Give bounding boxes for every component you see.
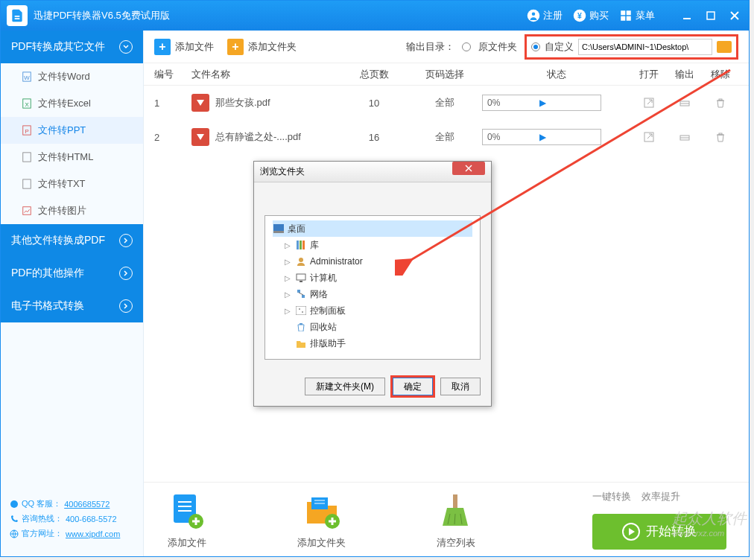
- svg-rect-57: [302, 241, 305, 249]
- phone-icon: [10, 515, 19, 524]
- sidebar-item-txt[interactable]: 文件转TXT: [1, 171, 143, 197]
- svg-rect-54: [273, 231, 284, 233]
- add-file-button[interactable]: +添加文件: [154, 39, 214, 55]
- progress-bar[interactable]: 0%▶: [482, 129, 601, 145]
- svg-rect-64: [296, 306, 306, 315]
- toolbar: +添加文件 +添加文件夹 输出目录： 原文件夹 自定义: [144, 31, 749, 63]
- register-button[interactable]: 注册: [527, 9, 563, 22]
- computer-icon: [295, 273, 307, 283]
- bottom-add-folder[interactable]: 添加文件夹: [297, 490, 346, 550]
- play-icon: ▶: [487, 98, 598, 108]
- svg-rect-59: [297, 274, 305, 280]
- tree-item-desktop[interactable]: 桌面: [273, 220, 472, 237]
- add-folder-button[interactable]: +添加文件夹: [227, 39, 297, 55]
- tree-item-helper[interactable]: 排版助手: [273, 335, 472, 351]
- browse-folder-icon[interactable]: [717, 41, 732, 53]
- file-plus-icon: [168, 491, 206, 530]
- ok-button[interactable]: 确定: [393, 378, 433, 395]
- sidebar-item-image[interactable]: 文件转图片: [1, 197, 143, 224]
- output-label: 输出目录：: [406, 40, 454, 54]
- plus-icon: +: [227, 39, 244, 55]
- dialog-close-button[interactable]: [452, 162, 485, 175]
- custom-output-box: 自定义: [525, 34, 738, 60]
- sidebar-header-ebook[interactable]: 电子书格式转换: [1, 290, 143, 322]
- website-link[interactable]: www.xjpdf.com: [66, 529, 120, 538]
- svg-rect-5: [627, 10, 631, 15]
- maximize-button[interactable]: [703, 7, 719, 24]
- sidebar-header-pdf-to-other[interactable]: PDF转换成其它文件: [1, 31, 143, 63]
- library-icon: [295, 240, 307, 250]
- svg-rect-20: [23, 207, 31, 215]
- sidebar-item-word[interactable]: W文件转Word: [1, 63, 143, 90]
- folder-icon: [295, 338, 307, 349]
- app-logo: [7, 5, 28, 26]
- chevron-down-icon: [119, 40, 133, 54]
- start-convert-button[interactable]: 开始转换: [592, 514, 726, 550]
- menu-button[interactable]: 菜单: [619, 9, 655, 22]
- svg-rect-19: [23, 179, 31, 188]
- delete-button[interactable]: [703, 131, 738, 143]
- open-button[interactable]: [631, 97, 667, 109]
- svg-point-58: [299, 258, 303, 262]
- output-path-input[interactable]: [578, 39, 712, 55]
- tree-item-recycle[interactable]: 回收站: [273, 319, 472, 335]
- svg-rect-4: [621, 10, 625, 15]
- folder-tree[interactable]: 桌面 ▷库 ▷Administrator ▷计算机 ▷网络 ▷控制面板 回收站 …: [264, 215, 481, 360]
- sidebar-item-ppt[interactable]: P文件转PPT: [1, 117, 143, 144]
- sidebar: PDF转换成其它文件 W文件转Word X文件转Excel P文件转PPT 文件…: [1, 31, 144, 556]
- delete-button[interactable]: [703, 97, 738, 109]
- sidebar-header-pdf-ops[interactable]: PDF的其他操作: [1, 257, 143, 290]
- svg-text:X: X: [25, 101, 29, 108]
- website-contact: 官方网址：www.xjpdf.com: [10, 528, 134, 539]
- minimize-button[interactable]: [679, 7, 695, 24]
- open-button[interactable]: [631, 131, 667, 143]
- control-panel-icon: [295, 305, 307, 316]
- network-icon: [295, 289, 307, 299]
- svg-rect-18: [23, 153, 31, 162]
- table-row: 2总有静谧之处-....pdf16全部0%▶: [144, 120, 749, 154]
- tree-item-computer[interactable]: ▷计算机: [273, 270, 472, 286]
- bottom-add-file[interactable]: 添加文件: [166, 490, 208, 550]
- qq-contact: QQ 客服：4006685572: [10, 498, 134, 509]
- svg-rect-67: [300, 323, 302, 325]
- globe-icon: [10, 529, 19, 538]
- tree-item-control-panel[interactable]: ▷控制面板: [273, 302, 472, 319]
- new-folder-button[interactable]: 新建文件夹(M): [305, 378, 385, 395]
- svg-point-65: [299, 308, 300, 310]
- tree-item-library[interactable]: ▷库: [273, 237, 472, 253]
- svg-rect-7: [627, 16, 631, 21]
- cancel-button[interactable]: 取消: [440, 378, 481, 395]
- sidebar-item-excel[interactable]: X文件转Excel: [1, 90, 143, 117]
- qq-link[interactable]: 4006685572: [64, 500, 110, 509]
- close-button[interactable]: [726, 7, 743, 24]
- svg-line-63: [299, 293, 303, 295]
- output-button[interactable]: [667, 97, 703, 109]
- tree-item-network[interactable]: ▷网络: [273, 286, 472, 302]
- bottom-clear[interactable]: 清空列表: [435, 490, 477, 550]
- pdf-icon: [191, 94, 209, 112]
- radio-custom[interactable]: [531, 42, 540, 51]
- folder-plus-icon: [302, 491, 341, 530]
- svg-text:¥: ¥: [577, 11, 582, 20]
- pdf-icon: [191, 128, 209, 146]
- table-header: 编号 文件名称 总页数 页码选择 状态 打开 输出 移除: [144, 63, 749, 86]
- radio-original[interactable]: [462, 42, 471, 51]
- dialog-title: 浏览文件夹: [260, 165, 305, 178]
- broom-icon: [437, 491, 475, 530]
- svg-text:W: W: [24, 74, 30, 81]
- progress-bar[interactable]: 0%▶: [482, 95, 601, 111]
- sidebar-header-other-to-pdf[interactable]: 其他文件转换成PDF: [1, 224, 143, 257]
- tree-item-admin[interactable]: ▷Administrator: [273, 253, 472, 270]
- chevron-right-icon: [119, 299, 133, 313]
- user-icon: [295, 256, 307, 267]
- output-button[interactable]: [667, 131, 703, 143]
- svg-rect-32: [719, 133, 722, 135]
- sidebar-footer: QQ 客服：4006685572 咨询热线：400-668-5572 官方网址：…: [1, 488, 143, 556]
- app-title: 迅捷PDF转换器V6.5免费试用版: [34, 9, 527, 22]
- sidebar-item-html[interactable]: 文件转HTML: [1, 144, 143, 171]
- svg-rect-27: [719, 99, 722, 101]
- buy-button[interactable]: ¥ 购买: [573, 9, 609, 22]
- titlebar: 迅捷PDF转换器V6.5免费试用版 注册 ¥ 购买 菜单: [1, 1, 749, 31]
- table-row: 1那些女孩.pdf10全部0%▶: [144, 86, 749, 120]
- svg-rect-53: [273, 224, 284, 231]
